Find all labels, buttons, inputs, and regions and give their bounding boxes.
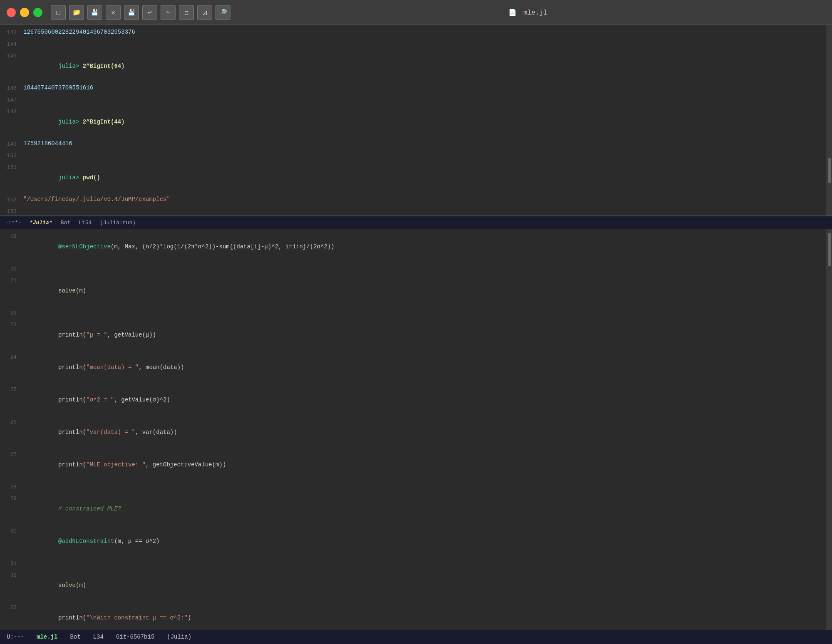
undo-button[interactable]: ↩ xyxy=(142,5,157,20)
traffic-lights xyxy=(7,8,42,17)
fullscreen-button[interactable] xyxy=(33,8,42,17)
mode-line-top: -:**- *Julia* Bot L154 (Julia:run) xyxy=(0,216,832,229)
editor-line-24: 24 println("mean(data) = ", mean(data)) xyxy=(0,351,832,384)
paste-button[interactable]: ◿ xyxy=(197,5,212,20)
editor-line-30: 30 @addNLConstraint(m, μ == σ^2) xyxy=(0,525,832,557)
editor-line-29: 29 # constrained MLE? xyxy=(0,493,832,525)
repl-line-144: 144 xyxy=(0,38,832,50)
titlebar: ▢ 📁 💾 ✕ 💾 ↩ ✁ ◻ ◿ 🔎 📄 mle.jl xyxy=(0,0,832,25)
close-file-button[interactable]: ✕ xyxy=(106,5,121,20)
bottom-mode-mode: (Julia) xyxy=(167,634,191,640)
editor-line-21: 21 solve(m) xyxy=(0,275,832,307)
editor-line-27: 27 println("MLE objective: ", getObjecti… xyxy=(0,448,832,481)
copy-button[interactable]: ◻ xyxy=(179,5,194,20)
editor-code-area: 19 @setNLObjective(m, Max, (n/2)*log(1/(… xyxy=(0,229,832,630)
editor-line-33: 33 println("\nWith constraint μ == σ^2:"… xyxy=(0,602,832,630)
repl-line-148: 148 julia> 2^BigInt(44) xyxy=(0,106,832,138)
bottom-mode-file: mle.jl xyxy=(37,634,57,640)
cut-button[interactable]: ✁ xyxy=(161,5,176,20)
editor-line-31: 31 xyxy=(0,557,832,569)
editor-line-26: 26 println("var(data) = ", var(data)) xyxy=(0,416,832,448)
repl-line-150: 150 xyxy=(0,150,832,161)
repl-scrollbar[interactable] xyxy=(826,25,832,215)
repl-scroll-thumb[interactable] xyxy=(828,158,831,183)
editor-line-32: 32 solve(m) xyxy=(0,569,832,602)
top-mode-line: L154 xyxy=(79,220,92,226)
repl-line-151: 151 julia> pwd() xyxy=(0,161,832,194)
main-area: 143 12676506002282294014967032053376 144… xyxy=(0,25,832,644)
editor-scroll-thumb[interactable] xyxy=(828,233,831,266)
repl-line-146: 146 18446744073709551616 xyxy=(0,82,832,94)
window-title: 📄 mle.jl xyxy=(230,8,825,17)
save-file-button[interactable]: 💾 xyxy=(87,5,102,20)
repl-line-147: 147 xyxy=(0,94,832,106)
repl-line-152: 152 "/Users/fineday/.julia/v0.4/JuMP/exa… xyxy=(0,194,832,206)
mode-line-bottom: U:--- mle.jl Bot L34 Git-6567b15 (Julia) xyxy=(0,630,832,644)
repl-line-145: 145 julia> 2^BigInt(64) xyxy=(0,50,832,82)
bottom-mode-line: L34 xyxy=(93,634,104,640)
editor-line-25: 25 println("σ^2 = ", getValue(σ)^2) xyxy=(0,384,832,416)
file-icon: 📄 xyxy=(508,9,517,17)
repl-code-area: 143 12676506002282294014967032053376 144… xyxy=(0,25,832,216)
top-mode-position: Bot xyxy=(61,220,70,226)
minimize-button[interactable] xyxy=(20,8,29,17)
editor-line-20: 20 xyxy=(0,263,832,275)
new-file-button[interactable]: ▢ xyxy=(51,5,66,20)
repl-line-143: 143 12676506002282294014967032053376 xyxy=(0,27,832,38)
repl-line-149: 149 17592186044416 xyxy=(0,138,832,150)
search-button[interactable]: 🔎 xyxy=(215,5,230,20)
editor-scrollbar[interactable] xyxy=(826,229,832,630)
top-mode-status: -:**- xyxy=(5,220,21,226)
editor-pane[interactable]: 19 @setNLObjective(m, Max, (n/2)*log(1/(… xyxy=(0,229,832,630)
toolbar: ▢ 📁 💾 ✕ 💾 ↩ ✁ ◻ ◿ 🔎 xyxy=(51,5,230,20)
editor-line-19: 19 @setNLObjective(m, Max, (n/2)*log(1/(… xyxy=(0,230,832,263)
open-file-button[interactable]: 📁 xyxy=(69,5,84,20)
bottom-mode-position: Bot xyxy=(70,634,80,640)
close-button[interactable] xyxy=(7,8,16,17)
repl-line-153: 153 xyxy=(0,206,832,216)
bottom-mode-git: Git-6567b15 xyxy=(116,634,154,640)
top-mode-buffer: *Julia* xyxy=(30,220,52,226)
editor-line-28: 28 xyxy=(0,481,832,493)
save-alt-button[interactable]: 💾 xyxy=(124,5,139,20)
editor-line-23: 23 println("μ = ", getValue(μ)) xyxy=(0,319,832,351)
top-mode-mode: (Julia:run) xyxy=(100,220,136,226)
repl-pane[interactable]: 143 12676506002282294014967032053376 144… xyxy=(0,25,832,216)
bottom-mode-status: U:--- xyxy=(7,634,24,640)
editor-line-22: 22 xyxy=(0,307,832,319)
